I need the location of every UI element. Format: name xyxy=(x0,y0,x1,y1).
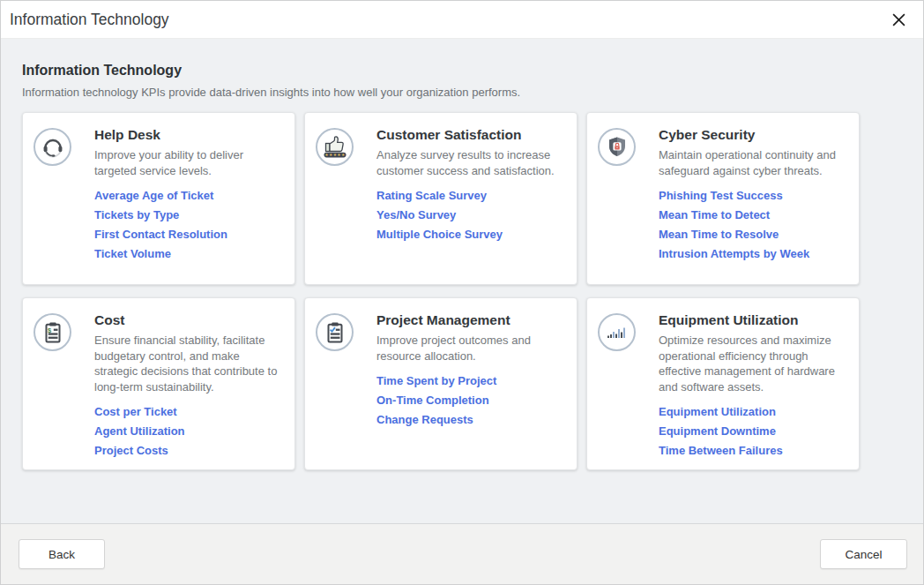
card-description: Ensure financial stability, facilitate b… xyxy=(94,333,282,394)
card-title: Project Management xyxy=(376,311,564,328)
card-description: Maintain operational continuity and safe… xyxy=(659,147,846,178)
kpi-link-average-age-of-ticket[interactable]: Average Age of Ticket xyxy=(94,189,282,203)
card-links: Cost per Ticket Agent Utilization Projec… xyxy=(94,405,282,458)
kpi-card-help-desk: Help Desk Improve your ability to delive… xyxy=(22,112,295,285)
kpi-link-on-time-completion[interactable]: On-Time Completion xyxy=(376,394,564,408)
card-description: Optimize resources and maximize operatio… xyxy=(659,333,846,394)
dollar-clipboard-icon: $ xyxy=(34,313,71,351)
kpi-link-project-costs[interactable]: Project Costs xyxy=(94,444,282,458)
bar-chart-icon xyxy=(598,313,636,351)
kpi-link-time-between-failures[interactable]: Time Between Failures xyxy=(659,444,846,458)
card-links: Rating Scale Survey Yes/No Survey Multip… xyxy=(376,189,564,242)
information-technology-dialog: Information Technology Information Techn… xyxy=(0,0,924,585)
dialog-title: Information Technology xyxy=(10,11,169,29)
card-title: Cyber Security xyxy=(659,126,846,143)
close-icon[interactable] xyxy=(886,7,911,32)
kpi-link-intrusion-attempts-by-week[interactable]: Intrusion Attempts by Week xyxy=(659,247,846,261)
kpi-link-mean-time-to-resolve[interactable]: Mean Time to Resolve xyxy=(659,228,846,242)
card-links: Phishing Test Success Mean Time to Detec… xyxy=(659,189,846,261)
kpi-link-phishing-test-success[interactable]: Phishing Test Success xyxy=(659,189,846,203)
dialog-footer: Back Cancel xyxy=(1,523,923,584)
kpi-card-equipment-utilization: Equipment Utilization Optimize resources… xyxy=(586,297,860,470)
kpi-link-equipment-downtime[interactable]: Equipment Downtime xyxy=(659,424,846,439)
card-description: Improve your ability to deliver targeted… xyxy=(94,147,282,178)
page-title: Information Technology xyxy=(22,63,902,79)
card-title: Equipment Utilization xyxy=(659,311,846,328)
card-links: Average Age of Ticket Tickets by Type Fi… xyxy=(94,189,282,261)
kpi-link-tickets-by-type[interactable]: Tickets by Type xyxy=(94,208,282,222)
kpi-card-project-management: Project Management Improve project outco… xyxy=(304,297,578,470)
kpi-link-time-spent-by-project[interactable]: Time Spent by Project xyxy=(376,374,564,388)
cancel-button[interactable]: Cancel xyxy=(820,539,907,569)
kpi-card-cost: $ Cost Ensure financial stability, facil… xyxy=(22,297,295,470)
card-title: Help Desk xyxy=(94,126,282,143)
page-subtitle: Information technology KPIs provide data… xyxy=(22,86,902,99)
card-title: Cost xyxy=(94,311,282,328)
kpi-link-rating-scale-survey[interactable]: Rating Scale Survey xyxy=(376,189,564,203)
kpi-link-change-requests[interactable]: Change Requests xyxy=(376,413,564,427)
card-description: Analyze survey results to increase custo… xyxy=(376,147,564,178)
kpi-card-cyber-security: Cyber Security Maintain operational cont… xyxy=(586,112,860,285)
headset-icon xyxy=(34,128,71,166)
card-links: Time Spent by Project On-Time Completion… xyxy=(376,374,564,427)
svg-text:★★★★★: ★★★★★ xyxy=(324,153,346,157)
kpi-link-first-contact-resolution[interactable]: First Contact Resolution xyxy=(94,228,282,242)
kpi-card-customer-satisfaction: ★★★★★ Customer Satisfaction Analyze surv… xyxy=(304,112,578,285)
dialog-titlebar: Information Technology xyxy=(1,1,923,39)
kpi-card-grid: Help Desk Improve your ability to delive… xyxy=(22,112,860,470)
card-description: Improve project outcomes and resource al… xyxy=(376,333,564,364)
back-button[interactable]: Back xyxy=(19,539,105,569)
kpi-link-cost-per-ticket[interactable]: Cost per Ticket xyxy=(94,405,282,419)
kpi-link-multiple-choice-survey[interactable]: Multiple Choice Survey xyxy=(376,228,564,242)
checklist-icon xyxy=(316,313,354,351)
card-title: Customer Satisfaction xyxy=(376,126,564,143)
kpi-link-agent-utilization[interactable]: Agent Utilization xyxy=(94,424,282,439)
shield-lock-icon xyxy=(598,128,636,166)
kpi-link-ticket-volume[interactable]: Ticket Volume xyxy=(94,247,282,261)
thumbs-up-rating-icon: ★★★★★ xyxy=(316,128,354,166)
kpi-link-mean-time-to-detect[interactable]: Mean Time to Detect xyxy=(659,208,846,222)
kpi-link-yes-no-survey[interactable]: Yes/No Survey xyxy=(376,208,564,222)
card-links: Equipment Utilization Equipment Downtime… xyxy=(659,405,846,458)
kpi-link-equipment-utilization[interactable]: Equipment Utilization xyxy=(659,405,846,419)
dialog-content: Information Technology Information techn… xyxy=(1,39,923,523)
